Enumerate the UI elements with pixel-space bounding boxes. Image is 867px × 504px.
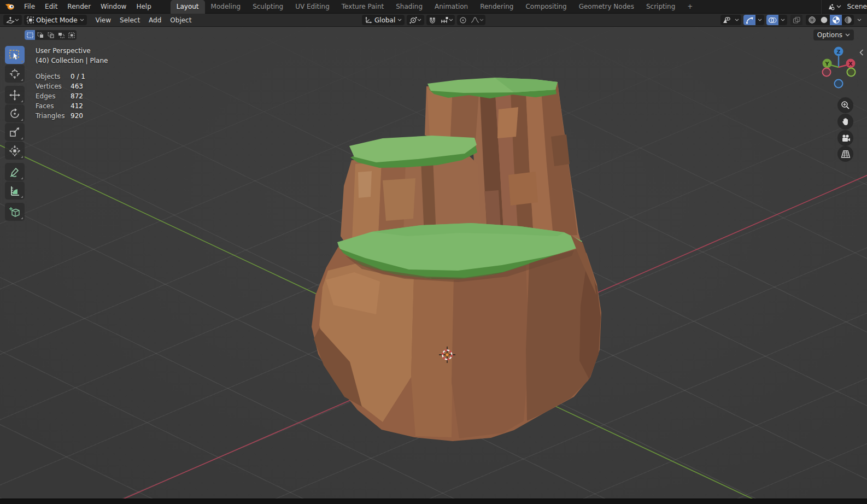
grid-fade <box>0 27 867 499</box>
tool-rotate[interactable] <box>5 104 25 122</box>
show-object-types-button[interactable] <box>720 15 733 25</box>
menu-edit[interactable]: Edit <box>40 1 62 13</box>
tab-geometry-nodes[interactable]: Geometry Nodes <box>573 0 640 14</box>
editor-3d-viewport-icon <box>6 16 15 24</box>
shading-dropdown[interactable] <box>855 15 864 25</box>
show-gizmo-button[interactable] <box>743 15 755 25</box>
tab-compositing[interactable]: Compositing <box>519 0 572 14</box>
shading-rendered-button[interactable] <box>842 15 854 25</box>
snap-target-dropdown[interactable] <box>438 15 455 25</box>
tab-shading[interactable]: Shading <box>390 0 429 14</box>
stat-value: 412 <box>71 101 83 111</box>
select-mode-set[interactable] <box>25 30 35 40</box>
shading-modes-group <box>806 15 854 25</box>
tab-sculpting[interactable]: Sculpting <box>247 0 289 14</box>
stat-row-faces: Faces412 <box>36 101 108 111</box>
select-mode-invert[interactable] <box>56 30 66 40</box>
select-extend-icon <box>37 32 44 38</box>
viewport-stats-overlay: User Perspective (40) Collection | Plane… <box>36 46 108 121</box>
falloff-curve-icon <box>471 16 479 24</box>
gizmo-dropdown[interactable] <box>755 15 764 25</box>
chevron-down-icon <box>781 19 785 21</box>
menu-help[interactable]: Help <box>131 1 156 13</box>
tab--[interactable]: + <box>681 0 699 14</box>
gizmo-axis-minus-x[interactable] <box>823 68 831 77</box>
tab-texture-paint[interactable]: Texture Paint <box>336 0 390 14</box>
gizmo-axis-minus-y[interactable] <box>847 68 856 77</box>
pan-button[interactable] <box>837 114 853 130</box>
blender-logo-icon[interactable] <box>5 2 15 11</box>
tool-add-cube[interactable] <box>5 203 25 221</box>
blender-window: FileEditRenderWindowHelp LayoutModelingS… <box>0 0 867 504</box>
tab-rendering[interactable]: Rendering <box>474 0 519 14</box>
transform-orientation-dropdown[interactable]: Global <box>362 15 405 25</box>
xray-toggle-button[interactable] <box>790 15 802 25</box>
show-overlays-button[interactable] <box>766 15 778 25</box>
select-mode-extend[interactable] <box>35 30 45 40</box>
menu-window[interactable]: Window <box>96 1 131 13</box>
navigation-gizmo[interactable]: Z Y X <box>813 44 860 93</box>
tab-scripting[interactable]: Scripting <box>640 0 681 14</box>
measure-icon <box>9 185 21 197</box>
tab-modeling[interactable]: Modeling <box>205 0 247 14</box>
menu-file[interactable]: File <box>19 1 40 13</box>
orientation-axes-icon <box>365 16 372 24</box>
falloff-dropdown[interactable] <box>469 15 485 25</box>
stat-row-triangles: Triangles920 <box>36 111 108 121</box>
sidebar-toggle[interactable] <box>859 49 864 56</box>
viewport-menus: ViewSelectAddObject <box>91 14 196 26</box>
zoom-button[interactable] <box>837 97 853 113</box>
select-mode-subtract[interactable] <box>45 30 56 40</box>
proportional-edit-group <box>457 15 485 25</box>
tab-layout[interactable]: Layout <box>171 0 205 14</box>
pivot-point-dropdown[interactable] <box>407 15 424 25</box>
gizmo-axis-minus-z[interactable] <box>835 80 843 88</box>
shading-material-button[interactable] <box>830 15 842 25</box>
proportional-editing-icon <box>459 16 467 24</box>
toggle-ortho-button[interactable] <box>837 146 853 162</box>
viewport-menu-view[interactable]: View <box>91 14 115 26</box>
select-intersect-icon <box>68 32 75 38</box>
select-set-icon <box>27 32 33 38</box>
chevron-down-icon <box>15 19 19 21</box>
topbar: FileEditRenderWindowHelp LayoutModelingS… <box>0 0 867 14</box>
snap-group <box>426 15 455 25</box>
header-center-group: Global <box>361 15 487 25</box>
scene-selector[interactable]: Scene <box>821 0 867 14</box>
visibility-icon <box>722 16 731 24</box>
orientation-label: Global <box>374 16 395 24</box>
chevron-down-icon <box>735 19 739 21</box>
viewport-menu-add[interactable]: Add <box>144 14 166 26</box>
tool-move[interactable] <box>5 86 25 104</box>
viewport-menu-object[interactable]: Object <box>166 14 196 26</box>
tool-box-select[interactable] <box>5 46 25 64</box>
tool-annotate[interactable] <box>5 163 25 181</box>
tool-transform[interactable] <box>5 142 25 160</box>
snap-toggle-button[interactable] <box>426 15 438 25</box>
overlays-dropdown[interactable] <box>778 15 787 25</box>
tool-cursor[interactable] <box>5 65 25 83</box>
overlays-group <box>766 15 787 25</box>
tab-animation[interactable]: Animation <box>429 0 474 14</box>
shading-solid-button[interactable] <box>818 15 830 25</box>
menu-render[interactable]: Render <box>62 1 96 13</box>
mode-label: Object Mode <box>36 16 78 24</box>
viewport-menu-select[interactable]: Select <box>115 14 144 26</box>
camera-view-button[interactable] <box>837 130 853 146</box>
shading-wireframe-button[interactable] <box>806 15 818 25</box>
options-label: Options <box>817 31 842 39</box>
zoom-icon <box>841 101 850 110</box>
editor-type-button[interactable] <box>3 15 22 25</box>
scale-icon <box>9 126 21 138</box>
tool-scale[interactable] <box>5 123 25 141</box>
proportional-editing-button[interactable] <box>457 15 469 25</box>
visibility-dropdown[interactable] <box>733 15 741 25</box>
tool-measure[interactable] <box>5 181 25 200</box>
chevron-down-icon <box>836 5 841 8</box>
statusbar <box>0 499 867 504</box>
select-mode-intersect[interactable] <box>66 30 77 40</box>
options-button[interactable]: Options <box>813 30 854 40</box>
viewport-3d[interactable]: Options <box>0 27 867 499</box>
mode-dropdown[interactable]: Object Mode <box>24 15 87 25</box>
tab-uv-editing[interactable]: UV Editing <box>289 0 336 14</box>
